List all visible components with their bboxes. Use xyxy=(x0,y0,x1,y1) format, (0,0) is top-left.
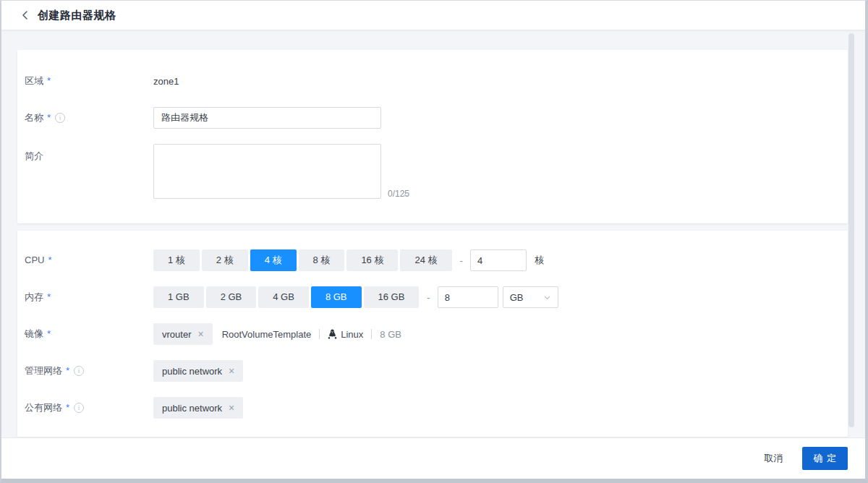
form-row-mgmt-network: 管理网络*i public network × xyxy=(25,360,841,382)
separator xyxy=(319,329,320,339)
required-asterisk: * xyxy=(66,360,69,382)
form-scroll-area: 区域* zone1 名称*i 简介 xyxy=(1,30,865,437)
cpu-custom-input[interactable] xyxy=(470,249,527,271)
info-icon: i xyxy=(55,113,65,123)
required-asterisk: * xyxy=(66,397,69,419)
remove-mgmt-network-icon[interactable]: × xyxy=(229,366,234,376)
remove-public-network-icon[interactable]: × xyxy=(229,403,234,413)
required-asterisk: * xyxy=(48,249,51,271)
image-tag: vrouter × xyxy=(153,323,213,345)
chevron-left-icon xyxy=(20,10,30,20)
memory-option-4gb[interactable]: 4 GB xyxy=(258,286,309,308)
memory-option-16gb[interactable]: 16 GB xyxy=(364,286,420,308)
required-asterisk: * xyxy=(47,286,51,308)
chevron-down-icon xyxy=(543,294,551,302)
description-textarea[interactable] xyxy=(153,144,381,199)
memory-label: 内存* xyxy=(25,286,153,308)
image-platform: Linux xyxy=(328,329,363,340)
info-icon: i xyxy=(74,403,84,413)
memory-unit-select[interactable]: GB xyxy=(503,286,558,308)
image-details: RootVolumeTemplate Linux 8 GB xyxy=(222,329,401,340)
create-router-offering-window: 创建路由器规格 区域* zone1 名称*i xyxy=(0,0,868,483)
image-label: 镜像* xyxy=(25,323,153,345)
mgmt-network-tag: public network × xyxy=(153,360,243,382)
image-size: 8 GB xyxy=(380,329,401,340)
cpu-unit-label: 核 xyxy=(535,254,544,267)
public-network-tag: public network × xyxy=(153,397,243,419)
required-asterisk: * xyxy=(47,323,51,345)
form-row-description: 简介 0/125 xyxy=(25,144,841,199)
cpu-label: CPU* xyxy=(25,249,153,271)
description-label: 简介 xyxy=(25,144,153,163)
memory-custom-input[interactable] xyxy=(438,286,498,308)
zone-label: 区域* xyxy=(25,70,153,92)
memory-option-1gb[interactable]: 1 GB xyxy=(153,286,204,308)
form-row-zone: 区域* zone1 xyxy=(25,70,841,92)
cancel-button[interactable]: 取消 xyxy=(757,446,790,471)
page-footer: 取消 确 定 xyxy=(1,437,865,479)
name-input[interactable] xyxy=(153,107,381,129)
form-row-cpu: CPU* 1 核 2 核 4 核 8 核 16 核 24 核 - 核 xyxy=(25,249,841,271)
form-row-image: 镜像* vrouter × RootVolumeTemplate Linux xyxy=(25,323,841,345)
page-header: 创建路由器规格 xyxy=(1,1,865,30)
form-row-memory: 内存* 1 GB 2 GB 4 GB 8 GB 16 GB - GB xyxy=(25,286,841,308)
info-icon: i xyxy=(74,366,84,376)
cpu-option-2core[interactable]: 2 核 xyxy=(202,249,248,271)
range-dash: - xyxy=(427,292,430,303)
zone-value: zone1 xyxy=(153,76,179,87)
required-asterisk: * xyxy=(47,70,51,92)
cpu-option-24core[interactable]: 24 核 xyxy=(400,249,451,271)
memory-option-8gb-selected[interactable]: 8 GB xyxy=(311,286,362,308)
mgmt-network-label: 管理网络*i xyxy=(25,360,153,382)
page-title: 创建路由器规格 xyxy=(38,9,116,22)
range-dash: - xyxy=(460,255,463,266)
separator xyxy=(371,329,372,339)
cpu-option-4core-selected[interactable]: 4 核 xyxy=(250,249,297,271)
vertical-scrollbar-thumb[interactable] xyxy=(848,33,854,427)
linux-penguin-icon xyxy=(328,329,337,339)
memory-option-2gb[interactable]: 2 GB xyxy=(206,286,257,308)
back-button[interactable] xyxy=(20,10,30,20)
required-asterisk: * xyxy=(47,107,51,129)
form-row-public-network: 公有网络*i public network × xyxy=(25,397,841,419)
cpu-option-1core[interactable]: 1 核 xyxy=(153,249,200,271)
cpu-option-16core[interactable]: 16 核 xyxy=(346,249,398,271)
name-label: 名称*i xyxy=(25,107,153,129)
cpu-option-8core[interactable]: 8 核 xyxy=(299,249,345,271)
form-row-name: 名称*i xyxy=(25,107,841,129)
image-template-name: RootVolumeTemplate xyxy=(222,329,312,340)
confirm-button[interactable]: 确 定 xyxy=(802,447,848,470)
remove-image-icon[interactable]: × xyxy=(197,329,203,339)
public-network-label: 公有网络*i xyxy=(25,397,153,419)
basic-info-card: 区域* zone1 名称*i 简介 xyxy=(17,50,848,223)
spec-card: CPU* 1 核 2 核 4 核 8 核 16 核 24 核 - 核 内存* xyxy=(17,231,848,437)
